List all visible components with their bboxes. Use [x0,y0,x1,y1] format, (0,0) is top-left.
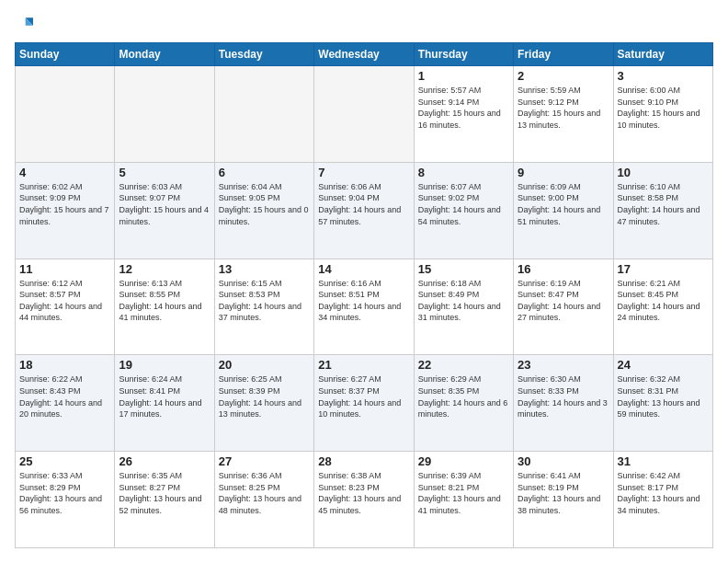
day-number: 13 [219,262,310,276]
day-info: Sunrise: 6:27 AM Sunset: 8:37 PM Dayligh… [318,373,409,419]
day-info: Sunrise: 6:30 AM Sunset: 8:33 PM Dayligh… [518,373,609,419]
day-number: 20 [219,358,310,372]
calendar-cell: 2Sunrise: 5:59 AM Sunset: 9:12 PM Daylig… [514,66,613,163]
calendar-cell: 23Sunrise: 6:30 AM Sunset: 8:33 PM Dayli… [514,355,613,452]
day-number: 8 [418,166,509,179]
day-info: Sunrise: 6:35 AM Sunset: 8:27 PM Dayligh… [119,470,210,516]
calendar-day-header: Wednesday [314,43,414,66]
day-info: Sunrise: 6:33 AM Sunset: 8:29 PM Dayligh… [19,470,110,516]
day-number: 24 [618,358,709,372]
day-number: 11 [19,262,110,276]
day-info: Sunrise: 6:10 AM Sunset: 8:58 PM Dayligh… [618,181,709,227]
day-info: Sunrise: 6:16 AM Sunset: 8:51 PM Dayligh… [318,278,409,324]
day-info: Sunrise: 6:25 AM Sunset: 8:39 PM Dayligh… [219,373,310,419]
calendar-day-header: Friday [514,43,613,66]
logo-icon [15,15,33,33]
calendar-cell: 27Sunrise: 6:36 AM Sunset: 8:25 PM Dayli… [214,452,313,548]
day-info: Sunrise: 6:42 AM Sunset: 8:17 PM Dayligh… [618,470,709,516]
day-info: Sunrise: 5:59 AM Sunset: 9:12 PM Dayligh… [518,85,609,131]
calendar-cell: 19Sunrise: 6:24 AM Sunset: 8:41 PM Dayli… [115,355,214,452]
logo [15,15,37,33]
calendar-cell: 20Sunrise: 6:25 AM Sunset: 8:39 PM Dayli… [214,355,313,452]
day-number: 23 [518,358,609,372]
day-number: 30 [518,454,609,468]
calendar-week-row: 1Sunrise: 5:57 AM Sunset: 9:14 PM Daylig… [16,66,713,163]
day-info: Sunrise: 6:04 AM Sunset: 9:05 PM Dayligh… [219,181,310,227]
day-info: Sunrise: 6:29 AM Sunset: 8:35 PM Dayligh… [418,373,509,419]
calendar-week-row: 4Sunrise: 6:02 AM Sunset: 9:09 PM Daylig… [16,162,713,259]
day-info: Sunrise: 6:19 AM Sunset: 8:47 PM Dayligh… [518,278,609,324]
day-number: 22 [418,358,509,372]
day-info: Sunrise: 6:39 AM Sunset: 8:21 PM Dayligh… [418,470,509,516]
calendar-table: SundayMondayTuesdayWednesdayThursdayFrid… [15,42,713,548]
calendar-cell: 5Sunrise: 6:03 AM Sunset: 9:07 PM Daylig… [115,162,214,259]
day-info: Sunrise: 6:21 AM Sunset: 8:45 PM Dayligh… [618,278,709,324]
day-info: Sunrise: 6:02 AM Sunset: 9:09 PM Dayligh… [19,181,110,227]
calendar-cell: 7Sunrise: 6:06 AM Sunset: 9:04 PM Daylig… [314,162,414,259]
day-number: 4 [19,166,110,179]
day-number: 12 [119,262,210,276]
day-info: Sunrise: 6:00 AM Sunset: 9:10 PM Dayligh… [618,85,709,131]
calendar-cell: 16Sunrise: 6:19 AM Sunset: 8:47 PM Dayli… [514,259,613,355]
calendar-cell: 11Sunrise: 6:12 AM Sunset: 8:57 PM Dayli… [16,259,115,355]
day-info: Sunrise: 6:09 AM Sunset: 9:00 PM Dayligh… [518,181,609,227]
calendar-cell: 14Sunrise: 6:16 AM Sunset: 8:51 PM Dayli… [314,259,414,355]
day-number: 18 [19,358,110,372]
calendar-cell: 15Sunrise: 6:18 AM Sunset: 8:49 PM Dayli… [414,259,513,355]
day-number: 15 [418,262,509,276]
day-number: 27 [219,454,310,468]
day-number: 19 [119,358,210,372]
calendar-day-header: Sunday [16,43,115,66]
day-number: 25 [19,454,110,468]
day-number: 21 [318,358,409,372]
day-info: Sunrise: 6:12 AM Sunset: 8:57 PM Dayligh… [19,278,110,324]
day-number: 9 [518,166,609,179]
calendar-cell: 21Sunrise: 6:27 AM Sunset: 8:37 PM Dayli… [314,355,414,452]
calendar-cell: 3Sunrise: 6:00 AM Sunset: 9:10 PM Daylig… [613,66,712,163]
day-number: 31 [618,454,709,468]
day-number: 28 [318,454,409,468]
calendar-day-header: Monday [115,43,214,66]
calendar-day-header: Tuesday [214,43,313,66]
day-number: 16 [518,262,609,276]
calendar-header-row: SundayMondayTuesdayWednesdayThursdayFrid… [16,43,713,66]
calendar-cell: 22Sunrise: 6:29 AM Sunset: 8:35 PM Dayli… [414,355,513,452]
calendar-cell: 28Sunrise: 6:38 AM Sunset: 8:23 PM Dayli… [314,452,414,548]
calendar-cell [214,66,313,163]
day-info: Sunrise: 6:38 AM Sunset: 8:23 PM Dayligh… [318,470,409,516]
calendar-cell: 13Sunrise: 6:15 AM Sunset: 8:53 PM Dayli… [214,259,313,355]
calendar-cell: 9Sunrise: 6:09 AM Sunset: 9:00 PM Daylig… [514,162,613,259]
day-number: 17 [618,262,709,276]
calendar-cell: 25Sunrise: 6:33 AM Sunset: 8:29 PM Dayli… [16,452,115,548]
day-number: 10 [618,166,709,179]
day-info: Sunrise: 6:18 AM Sunset: 8:49 PM Dayligh… [418,278,509,324]
calendar-cell: 30Sunrise: 6:41 AM Sunset: 8:19 PM Dayli… [514,452,613,548]
calendar-cell: 29Sunrise: 6:39 AM Sunset: 8:21 PM Dayli… [414,452,513,548]
calendar-week-row: 25Sunrise: 6:33 AM Sunset: 8:29 PM Dayli… [16,452,713,548]
day-info: Sunrise: 6:24 AM Sunset: 8:41 PM Dayligh… [119,373,210,419]
header [15,15,713,33]
calendar-cell: 26Sunrise: 6:35 AM Sunset: 8:27 PM Dayli… [115,452,214,548]
day-number: 7 [318,166,409,179]
day-info: Sunrise: 6:36 AM Sunset: 8:25 PM Dayligh… [219,470,310,516]
day-number: 6 [219,166,310,179]
day-number: 3 [618,69,709,83]
calendar-cell: 1Sunrise: 5:57 AM Sunset: 9:14 PM Daylig… [414,66,513,163]
calendar-cell: 10Sunrise: 6:10 AM Sunset: 8:58 PM Dayli… [613,162,712,259]
calendar-week-row: 18Sunrise: 6:22 AM Sunset: 8:43 PM Dayli… [16,355,713,452]
day-info: Sunrise: 6:13 AM Sunset: 8:55 PM Dayligh… [119,278,210,324]
day-info: Sunrise: 6:22 AM Sunset: 8:43 PM Dayligh… [19,373,110,419]
calendar-cell: 18Sunrise: 6:22 AM Sunset: 8:43 PM Dayli… [16,355,115,452]
day-info: Sunrise: 6:41 AM Sunset: 8:19 PM Dayligh… [518,470,609,516]
calendar-cell [16,66,115,163]
day-number: 14 [318,262,409,276]
page: SundayMondayTuesdayWednesdayThursdayFrid… [0,0,728,563]
calendar-day-header: Saturday [613,43,712,66]
calendar-cell [115,66,214,163]
day-info: Sunrise: 5:57 AM Sunset: 9:14 PM Dayligh… [418,85,509,131]
calendar-cell: 6Sunrise: 6:04 AM Sunset: 9:05 PM Daylig… [214,162,313,259]
day-number: 29 [418,454,509,468]
day-info: Sunrise: 6:07 AM Sunset: 9:02 PM Dayligh… [418,181,509,227]
day-info: Sunrise: 6:15 AM Sunset: 8:53 PM Dayligh… [219,278,310,324]
calendar-cell: 4Sunrise: 6:02 AM Sunset: 9:09 PM Daylig… [16,162,115,259]
